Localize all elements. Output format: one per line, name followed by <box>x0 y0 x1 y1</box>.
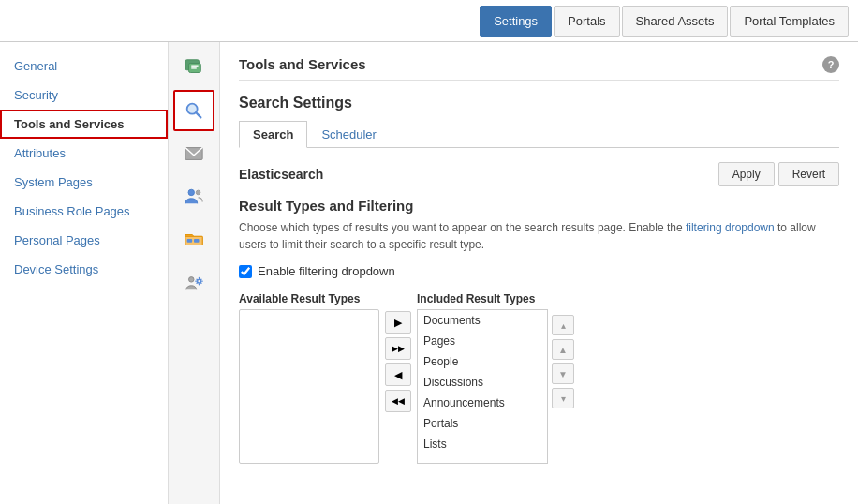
help-icon[interactable]: ? <box>822 56 839 73</box>
svg-rect-10 <box>187 239 193 243</box>
folder-icon <box>184 230 204 250</box>
move-left-btn[interactable]: ◀ <box>385 363 411 386</box>
included-list[interactable]: Documents Pages People Discussions Annou… <box>417 309 548 464</box>
subsection-header: Elasticsearch Apply Revert <box>239 162 839 186</box>
tab-search[interactable]: Search <box>239 121 307 148</box>
sidebar-item-device-settings[interactable]: Device Settings <box>0 255 168 284</box>
list-item[interactable]: Announcements <box>418 393 547 413</box>
main-content: Tools and Services ? Search Settings Sea… <box>220 42 858 504</box>
transfer-buttons: ▶ ▶▶ ◀ ◀◀ <box>379 311 417 412</box>
subsection-btn-group: Apply Revert <box>718 162 839 186</box>
icon-panel <box>169 42 220 504</box>
sidebar-item-business-role-pages[interactable]: Business Role Pages <box>0 197 168 226</box>
sidebar-item-personal-pages[interactable]: Personal Pages <box>0 226 168 255</box>
enable-filtering-checkbox[interactable] <box>239 265 252 278</box>
svg-point-12 <box>189 277 195 283</box>
move-down-btn[interactable]: ▼ <box>552 363 574 384</box>
gear-people-icon-item[interactable] <box>173 262 214 304</box>
move-top-btn[interactable]: ▴ <box>552 315 574 335</box>
result-types-section: Result Types and Filtering Choose which … <box>239 198 839 464</box>
apply-button[interactable]: Apply <box>718 162 775 186</box>
checkbox-label: Enable filtering dropdown <box>258 264 395 278</box>
tabs: Search Scheduler <box>239 121 839 148</box>
move-all-right-btn[interactable]: ▶▶ <box>385 337 411 360</box>
svg-point-8 <box>196 190 200 195</box>
move-bottom-btn[interactable]: ▾ <box>552 388 574 408</box>
chat-icon <box>184 57 204 78</box>
svg-line-5 <box>196 112 200 117</box>
lists-area: Available Result Types ▶ ▶▶ ◀ ◀◀ Include… <box>239 292 839 464</box>
result-types-desc: Choose which types of results you want t… <box>239 219 839 253</box>
search-icon-item[interactable] <box>173 90 214 131</box>
list-item[interactable]: Pages <box>418 331 547 351</box>
filtering-link[interactable]: filtering dropdown <box>686 221 775 234</box>
list-item[interactable]: People <box>418 351 547 372</box>
move-all-left-btn[interactable]: ◀◀ <box>385 390 411 412</box>
portal-templates-nav-btn[interactable]: Portal Templates <box>730 6 849 37</box>
right-order-buttons: ▴ ▲ ▼ ▾ <box>548 311 578 412</box>
sidebar-item-security[interactable]: Security <box>0 81 168 110</box>
list-item[interactable]: Discussions <box>418 372 547 393</box>
sidebar-item-tools-and-services[interactable]: Tools and Services <box>0 110 168 139</box>
sidebar: General Security Tools and Services Attr… <box>0 42 169 504</box>
list-item[interactable]: Lists <box>418 434 547 454</box>
checkbox-row: Enable filtering dropdown <box>239 264 839 278</box>
move-right-btn[interactable]: ▶ <box>385 311 411 334</box>
available-list-box: Available Result Types <box>239 292 379 464</box>
chat-icon-item[interactable] <box>173 47 214 88</box>
included-label: Included Result Types <box>417 292 548 305</box>
sidebar-item-system-pages[interactable]: System Pages <box>0 168 168 197</box>
people-icon <box>184 186 204 207</box>
available-label: Available Result Types <box>239 292 379 305</box>
revert-button[interactable]: Revert <box>778 162 839 186</box>
section-title: Search Settings <box>239 95 839 111</box>
included-section: Included Result Types Documents Pages Pe… <box>417 292 578 464</box>
result-types-title: Result Types and Filtering <box>239 198 839 214</box>
page-title: Tools and Services <box>239 56 839 81</box>
portals-nav-btn[interactable]: Portals <box>554 6 619 37</box>
move-up-btn[interactable]: ▲ <box>552 339 574 360</box>
list-item[interactable]: Documents <box>418 310 547 331</box>
svg-rect-11 <box>194 239 200 243</box>
settings-nav-btn[interactable]: Settings <box>480 6 552 37</box>
sidebar-item-attributes[interactable]: Attributes <box>0 139 168 168</box>
sidebar-item-general[interactable]: General <box>0 52 168 81</box>
svg-point-7 <box>188 189 194 195</box>
available-list[interactable] <box>239 309 379 464</box>
included-list-box: Included Result Types Documents Pages Pe… <box>417 292 548 464</box>
people-icon-item[interactable] <box>173 176 214 217</box>
list-item[interactable]: Portals <box>418 413 547 434</box>
mail-icon-item[interactable] <box>173 133 214 174</box>
tab-scheduler[interactable]: Scheduler <box>307 121 391 147</box>
gear-people-icon <box>184 273 204 293</box>
top-navigation: Settings Portals Shared Assets Portal Te… <box>0 0 858 42</box>
main-layout: General Security Tools and Services Attr… <box>0 42 858 504</box>
subsection-title: Elasticsearch <box>239 167 323 182</box>
shared-assets-nav-btn[interactable]: Shared Assets <box>622 6 729 37</box>
search-icon <box>184 100 204 121</box>
mail-icon <box>184 143 204 164</box>
folder-icon-item[interactable] <box>173 219 214 260</box>
